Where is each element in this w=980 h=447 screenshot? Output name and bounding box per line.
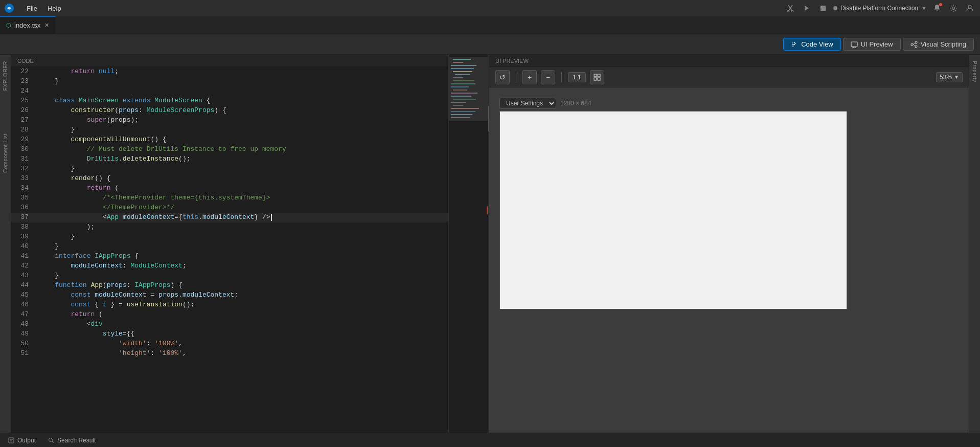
tab-close-btn[interactable]: ✕: [44, 22, 49, 29]
connection-dropdown-icon[interactable]: ▼: [921, 5, 927, 11]
toolbar-separator-2: [561, 72, 562, 82]
right-sidebar: Property: [969, 55, 980, 433]
code-line: 27 super(props);: [11, 116, 448, 125]
output-tab[interactable]: Output: [6, 436, 38, 445]
tab-file-icon: ⬡: [6, 22, 11, 29]
code-line: 41 interface IAppProps {: [11, 252, 448, 261]
sidebar-explorer[interactable]: EXPLORER: [3, 59, 8, 93]
notification-icon[interactable]: [931, 2, 943, 14]
code-line: 37 <App moduleContext={this.moduleContex…: [11, 213, 448, 222]
minimap[interactable]: [448, 55, 489, 433]
preview-device-bar: User Settings 1280 × 684: [499, 98, 847, 109]
svg-point-8: [911, 43, 913, 46]
svg-point-9: [915, 41, 917, 43]
preview-zoom-in-btn[interactable]: +: [522, 70, 537, 84]
preview-panel: UI PREVIEW ↺ + − 1:1 53% ▼: [489, 55, 969, 433]
title-bar: File Help Disable Platform Connection ▼: [0, 0, 980, 16]
svg-point-5: [952, 7, 955, 10]
svg-point-39: [49, 438, 53, 441]
code-panel-header: CODE: [11, 55, 448, 67]
run-action[interactable]: [801, 2, 813, 14]
code-line: 51 'height': '100%',: [11, 349, 448, 359]
tab-label: index.tsx: [14, 21, 40, 29]
left-sidebar: EXPLORER Component List: [0, 55, 11, 433]
zoom-dropdown-icon: ▼: [954, 74, 959, 80]
svg-rect-36: [594, 78, 597, 80]
app-logo: [4, 3, 14, 13]
code-line: 35 /*<ThemeProvider theme={this.systemTh…: [11, 193, 448, 203]
code-line: 23 }: [11, 77, 448, 86]
code-line: 29 componentWillUnmount() {: [11, 135, 448, 145]
code-line: 22 return null;: [11, 67, 448, 77]
menu-bar: File Help: [22, 4, 65, 13]
stop-action[interactable]: [817, 2, 829, 14]
preview-toolbar: ↺ + − 1:1 53% ▼: [489, 67, 969, 87]
preview-fit-btn[interactable]: [590, 70, 604, 84]
code-line: 47 return (: [11, 310, 448, 320]
toolbar-separator: [516, 72, 516, 82]
svg-point-6: [968, 5, 971, 8]
code-line: 28 }: [11, 125, 448, 135]
svg-marker-3: [805, 6, 809, 11]
code-panel: CODE 22 return null; 23 } 24: [11, 55, 448, 433]
device-dimensions: 1280 × 684: [560, 100, 591, 107]
tab-bar: ⬡ index.tsx ✕: [0, 16, 980, 34]
visual-scripting-btn[interactable]: Visual Scripting: [903, 38, 974, 51]
svg-point-10: [915, 46, 917, 48]
file-menu[interactable]: File: [22, 4, 41, 13]
tab-index-tsx[interactable]: ⬡ index.tsx ✕: [0, 16, 56, 34]
visual-scripting-label: Visual Scripting: [921, 40, 966, 48]
svg-rect-37: [598, 78, 600, 80]
code-lines: 22 return null; 23 } 24 25 clas: [11, 67, 448, 359]
connection-dot: [833, 6, 837, 10]
zoom-level-select[interactable]: 53% ▼: [936, 72, 963, 82]
code-line: 33 render() {: [11, 174, 448, 184]
code-line: 42 moduleContext: ModuleContext;: [11, 261, 448, 271]
code-line: 26 constructor(props: ModuleScreenProps)…: [11, 106, 448, 116]
preview-ratio-btn[interactable]: 1:1: [568, 72, 586, 82]
preview-frame: [499, 111, 847, 309]
code-line: 31 DrlUtils.deleteInstance();: [11, 154, 448, 164]
code-line: 24: [11, 86, 448, 96]
code-line: 44 function App(props: IAppProps) {: [11, 281, 448, 290]
code-line: 25 class MainScreen extends ModuleScreen…: [11, 96, 448, 106]
ui-preview-btn[interactable]: UI Preview: [843, 38, 901, 51]
main-content: EXPLORER Component List CODE 22 return n…: [0, 55, 980, 433]
svg-rect-35: [598, 74, 600, 77]
code-editor[interactable]: 22 return null; 23 } 24 25 clas: [11, 67, 448, 433]
ui-preview-label: UI Preview: [861, 40, 893, 48]
code-line: 46 const { t } = useTranslation();: [11, 300, 448, 310]
search-result-tab[interactable]: Search Result: [46, 436, 98, 445]
code-line: 38 );: [11, 222, 448, 232]
connection-status[interactable]: Disable Platform Connection ▼: [833, 5, 927, 12]
cut-action[interactable]: [784, 2, 796, 14]
code-line: 43 }: [11, 271, 448, 281]
preview-frame-container: User Settings 1280 × 684: [499, 98, 847, 309]
help-menu[interactable]: Help: [43, 4, 65, 13]
preview-zoom-out-btn[interactable]: −: [541, 70, 555, 84]
code-line: 45 const moduleContext = props.moduleCon…: [11, 290, 448, 300]
preview-reset-btn[interactable]: ↺: [495, 70, 510, 84]
code-line: 49 style={{: [11, 329, 448, 339]
code-line: 50 'width': '100%',: [11, 339, 448, 349]
settings-icon[interactable]: [947, 2, 960, 14]
preview-area[interactable]: User Settings 1280 × 684: [489, 87, 969, 433]
svg-rect-32: [449, 57, 489, 121]
device-select[interactable]: User Settings: [499, 98, 556, 109]
svg-rect-4: [821, 6, 826, 11]
account-icon[interactable]: [964, 2, 976, 14]
title-bar-right: Disable Platform Connection ▼: [784, 2, 976, 14]
code-view-label: Code View: [801, 40, 833, 48]
output-bar: Output Search Result: [0, 433, 980, 447]
sidebar-component-list[interactable]: Component List: [3, 131, 8, 175]
view-toggle-bar: Code View UI Preview Visual Scripting: [0, 34, 980, 55]
code-view-btn[interactable]: Code View: [783, 38, 841, 51]
sidebar-property[interactable]: Property: [972, 59, 977, 84]
preview-panel-header: UI PREVIEW: [489, 55, 969, 67]
code-line: 48 <div: [11, 320, 448, 329]
code-line: 32 }: [11, 164, 448, 174]
code-line: 30 // Must delete DrlUtils Instance to f…: [11, 145, 448, 154]
code-line: 40 }: [11, 242, 448, 252]
svg-rect-34: [594, 74, 597, 77]
connection-label: Disable Platform Connection: [840, 5, 918, 12]
